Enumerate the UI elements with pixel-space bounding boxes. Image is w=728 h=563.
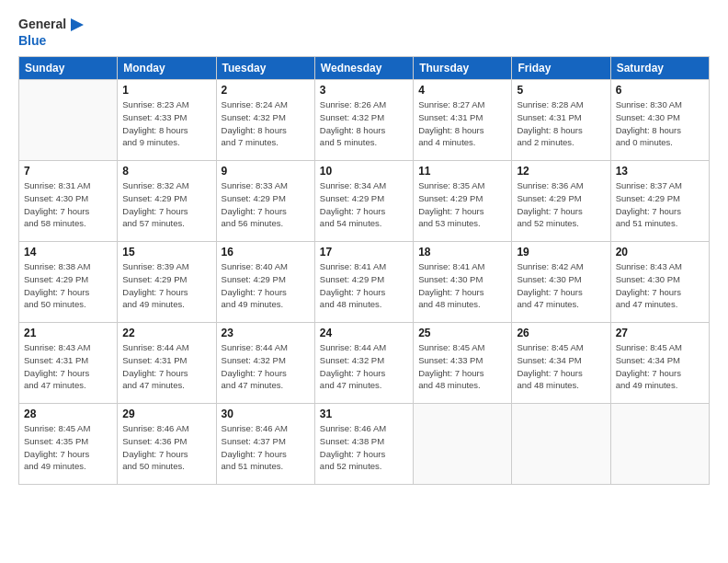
calendar-cell: 3Sunrise: 8:26 AM Sunset: 4:32 PM Daylig… [314, 80, 413, 161]
calendar-cell: 14Sunrise: 8:38 AM Sunset: 4:29 PM Dayli… [19, 242, 118, 323]
calendar-cell [610, 404, 709, 485]
day-info: Sunrise: 8:46 AM Sunset: 4:38 PM Dayligh… [320, 422, 408, 473]
day-info: Sunrise: 8:32 AM Sunset: 4:29 PM Dayligh… [122, 179, 210, 230]
day-info: Sunrise: 8:37 AM Sunset: 4:29 PM Dayligh… [616, 179, 704, 230]
calendar-table: SundayMondayTuesdayWednesdayThursdayFrid… [18, 56, 710, 485]
calendar-cell [414, 404, 512, 485]
day-number: 1 [122, 84, 210, 97]
day-info: Sunrise: 8:46 AM Sunset: 4:36 PM Dayligh… [122, 422, 210, 473]
calendar-cell: 15Sunrise: 8:39 AM Sunset: 4:29 PM Dayli… [118, 242, 216, 323]
day-number: 18 [418, 246, 506, 259]
calendar-week-row: 7Sunrise: 8:31 AM Sunset: 4:30 PM Daylig… [19, 161, 710, 242]
day-number: 11 [418, 165, 506, 178]
day-info: Sunrise: 8:46 AM Sunset: 4:37 PM Dayligh… [222, 422, 310, 473]
calendar-week-row: 21Sunrise: 8:43 AM Sunset: 4:31 PM Dayli… [19, 323, 710, 404]
day-number: 31 [320, 408, 408, 420]
day-number: 21 [24, 327, 112, 339]
day-number: 24 [320, 327, 408, 339]
day-number: 16 [222, 246, 310, 259]
calendar-cell: 29Sunrise: 8:46 AM Sunset: 4:36 PM Dayli… [118, 404, 216, 485]
calendar-cell: 8Sunrise: 8:32 AM Sunset: 4:29 PM Daylig… [118, 161, 216, 242]
day-info: Sunrise: 8:41 AM Sunset: 4:29 PM Dayligh… [320, 260, 408, 311]
calendar-cell: 22Sunrise: 8:44 AM Sunset: 4:31 PM Dayli… [118, 323, 216, 404]
calendar-cell: 11Sunrise: 8:35 AM Sunset: 4:29 PM Dayli… [414, 161, 512, 242]
day-info: Sunrise: 8:44 AM Sunset: 4:31 PM Dayligh… [122, 341, 210, 392]
col-header-tuesday: Tuesday [216, 57, 314, 80]
calendar-cell: 4Sunrise: 8:27 AM Sunset: 4:31 PM Daylig… [414, 80, 512, 161]
calendar-cell [512, 404, 610, 485]
calendar-cell: 17Sunrise: 8:41 AM Sunset: 4:29 PM Dayli… [314, 242, 413, 323]
calendar-cell: 1Sunrise: 8:23 AM Sunset: 4:33 PM Daylig… [118, 80, 216, 161]
day-info: Sunrise: 8:30 AM Sunset: 4:30 PM Dayligh… [616, 98, 704, 149]
day-info: Sunrise: 8:45 AM Sunset: 4:33 PM Dayligh… [418, 341, 506, 392]
day-info: Sunrise: 8:41 AM Sunset: 4:30 PM Dayligh… [418, 260, 506, 311]
day-number: 29 [122, 408, 210, 420]
day-number: 6 [616, 84, 704, 97]
calendar-cell: 16Sunrise: 8:40 AM Sunset: 4:29 PM Dayli… [216, 242, 314, 323]
day-number: 23 [222, 327, 310, 339]
col-header-wednesday: Wednesday [314, 57, 413, 80]
calendar-cell: 9Sunrise: 8:33 AM Sunset: 4:29 PM Daylig… [216, 161, 314, 242]
calendar-cell: 19Sunrise: 8:42 AM Sunset: 4:30 PM Dayli… [512, 242, 610, 323]
day-number: 30 [222, 408, 310, 420]
calendar-cell: 27Sunrise: 8:45 AM Sunset: 4:34 PM Dayli… [610, 323, 709, 404]
calendar-week-row: 1Sunrise: 8:23 AM Sunset: 4:33 PM Daylig… [19, 80, 710, 161]
calendar-week-row: 28Sunrise: 8:45 AM Sunset: 4:35 PM Dayli… [19, 404, 710, 485]
day-number: 27 [616, 327, 704, 339]
day-number: 28 [24, 408, 112, 420]
col-header-monday: Monday [118, 57, 216, 80]
calendar-cell: 23Sunrise: 8:44 AM Sunset: 4:32 PM Dayli… [216, 323, 314, 404]
day-info: Sunrise: 8:24 AM Sunset: 4:32 PM Dayligh… [222, 98, 310, 149]
day-info: Sunrise: 8:33 AM Sunset: 4:29 PM Dayligh… [222, 179, 310, 230]
day-number: 4 [418, 84, 506, 97]
day-number: 9 [222, 165, 310, 178]
calendar-cell: 5Sunrise: 8:28 AM Sunset: 4:31 PM Daylig… [512, 80, 610, 161]
calendar-cell: 18Sunrise: 8:41 AM Sunset: 4:30 PM Dayli… [414, 242, 512, 323]
col-header-thursday: Thursday [414, 57, 512, 80]
day-number: 2 [222, 84, 310, 97]
day-info: Sunrise: 8:26 AM Sunset: 4:32 PM Dayligh… [320, 98, 408, 149]
day-number: 20 [616, 246, 704, 259]
day-info: Sunrise: 8:38 AM Sunset: 4:29 PM Dayligh… [24, 260, 112, 311]
day-number: 13 [616, 165, 704, 178]
calendar-cell: 6Sunrise: 8:30 AM Sunset: 4:30 PM Daylig… [610, 80, 709, 161]
calendar-cell [19, 80, 118, 161]
logo-arrow-icon [71, 18, 84, 31]
day-info: Sunrise: 8:45 AM Sunset: 4:34 PM Dayligh… [616, 341, 704, 392]
day-info: Sunrise: 8:31 AM Sunset: 4:30 PM Dayligh… [24, 179, 112, 230]
day-info: Sunrise: 8:43 AM Sunset: 4:30 PM Dayligh… [616, 260, 704, 311]
day-number: 22 [122, 327, 210, 339]
logo-general: General [18, 17, 66, 31]
calendar-cell: 13Sunrise: 8:37 AM Sunset: 4:29 PM Dayli… [610, 161, 709, 242]
day-info: Sunrise: 8:27 AM Sunset: 4:31 PM Dayligh… [418, 98, 506, 149]
day-info: Sunrise: 8:44 AM Sunset: 4:32 PM Dayligh… [222, 341, 310, 392]
day-number: 15 [122, 246, 210, 259]
logo-blue: Blue [18, 33, 46, 48]
day-info: Sunrise: 8:23 AM Sunset: 4:33 PM Dayligh… [122, 98, 210, 149]
day-info: Sunrise: 8:36 AM Sunset: 4:29 PM Dayligh… [517, 179, 605, 230]
day-info: Sunrise: 8:42 AM Sunset: 4:30 PM Dayligh… [517, 260, 605, 311]
svg-marker-0 [71, 18, 84, 31]
day-number: 19 [517, 246, 605, 259]
day-info: Sunrise: 8:43 AM Sunset: 4:31 PM Dayligh… [24, 341, 112, 392]
calendar-cell: 20Sunrise: 8:43 AM Sunset: 4:30 PM Dayli… [610, 242, 709, 323]
logo: General Blue [18, 17, 84, 49]
calendar-cell: 7Sunrise: 8:31 AM Sunset: 4:30 PM Daylig… [19, 161, 118, 242]
day-info: Sunrise: 8:44 AM Sunset: 4:32 PM Dayligh… [320, 341, 408, 392]
day-number: 5 [517, 84, 605, 97]
page: General Blue SundayMondayTuesdayWednesda… [0, 0, 728, 494]
calendar-header-row: SundayMondayTuesdayWednesdayThursdayFrid… [19, 57, 710, 80]
day-info: Sunrise: 8:40 AM Sunset: 4:29 PM Dayligh… [222, 260, 310, 311]
calendar-cell: 21Sunrise: 8:43 AM Sunset: 4:31 PM Dayli… [19, 323, 118, 404]
calendar-cell: 26Sunrise: 8:45 AM Sunset: 4:34 PM Dayli… [512, 323, 610, 404]
col-header-saturday: Saturday [610, 57, 709, 80]
day-info: Sunrise: 8:35 AM Sunset: 4:29 PM Dayligh… [418, 179, 506, 230]
day-number: 3 [320, 84, 408, 97]
day-number: 8 [122, 165, 210, 178]
day-number: 7 [24, 165, 112, 178]
calendar-cell: 28Sunrise: 8:45 AM Sunset: 4:35 PM Dayli… [19, 404, 118, 485]
day-number: 25 [418, 327, 506, 339]
calendar-cell: 31Sunrise: 8:46 AM Sunset: 4:38 PM Dayli… [314, 404, 413, 485]
day-info: Sunrise: 8:45 AM Sunset: 4:35 PM Dayligh… [24, 422, 112, 473]
day-number: 10 [320, 165, 408, 178]
